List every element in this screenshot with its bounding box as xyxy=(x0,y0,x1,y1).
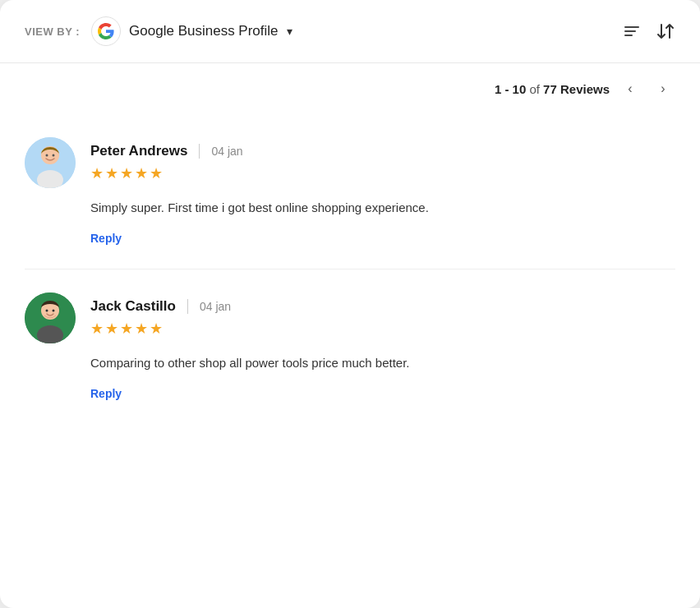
star-3: ★ xyxy=(120,164,133,182)
filter-icon[interactable] xyxy=(624,26,639,36)
svg-point-4 xyxy=(53,154,55,157)
sort-arrows-icon xyxy=(656,21,675,41)
star-2: ★ xyxy=(105,164,118,182)
star-4: ★ xyxy=(135,164,148,182)
reply-button[interactable]: Reply xyxy=(90,232,122,245)
reviewer-name: Peter Andrews xyxy=(90,143,187,159)
star-rating: ★ ★ ★ ★ ★ xyxy=(90,320,231,338)
reply-button[interactable]: Reply xyxy=(90,387,122,400)
avatar xyxy=(25,292,76,343)
view-by-label: VIEW BY : xyxy=(25,25,80,38)
star-3: ★ xyxy=(120,320,133,338)
star-1: ★ xyxy=(90,164,104,182)
review-item: Peter Andrews 04 jan ★ ★ ★ ★ ★ Simply su… xyxy=(25,114,675,269)
sort-icon[interactable] xyxy=(656,21,675,41)
review-text: Comparing to other shop all power tools … xyxy=(25,353,675,373)
reviewer-info: Jack Castillo 04 jan ★ ★ ★ ★ ★ xyxy=(90,298,231,338)
svg-point-8 xyxy=(46,310,48,312)
next-page-button[interactable]: › xyxy=(651,76,675,101)
pagination-total: 77 Reviews xyxy=(543,82,610,96)
star-rating: ★ ★ ★ ★ ★ xyxy=(90,164,243,182)
chevron-down-icon[interactable]: ▾ xyxy=(287,25,292,38)
review-date: 04 jan xyxy=(200,300,231,313)
header: VIEW BY : Google Business Profile ▾ xyxy=(0,0,700,63)
star-5: ★ xyxy=(150,320,163,338)
reviews-card: VIEW BY : Google Business Profile ▾ xyxy=(0,0,700,608)
pagination-text: 1 - 10 of 77 Reviews xyxy=(495,82,610,96)
avatar xyxy=(25,137,76,188)
star-1: ★ xyxy=(90,320,104,338)
star-4: ★ xyxy=(135,320,148,338)
reviewer-name-row: Peter Andrews 04 jan xyxy=(90,143,243,159)
google-logo xyxy=(91,16,121,46)
star-5: ★ xyxy=(150,164,163,182)
review-header: Jack Castillo 04 jan ★ ★ ★ ★ ★ xyxy=(25,292,675,343)
prev-page-button[interactable]: ‹ xyxy=(618,76,642,101)
reviewer-name-row: Jack Castillo 04 jan xyxy=(90,298,231,315)
name-date-divider xyxy=(187,299,188,314)
star-2: ★ xyxy=(105,320,118,338)
review-header: Peter Andrews 04 jan ★ ★ ★ ★ ★ xyxy=(25,137,675,188)
reviewer-name: Jack Castillo xyxy=(90,298,176,315)
svg-point-3 xyxy=(46,154,48,157)
name-date-divider xyxy=(199,144,200,159)
peter-avatar-image xyxy=(25,137,76,188)
jack-avatar-image xyxy=(25,292,76,343)
pagination-range: 1 - 10 xyxy=(495,82,526,96)
platform-name: Google Business Profile xyxy=(129,23,278,39)
reviewer-info: Peter Andrews 04 jan ★ ★ ★ ★ ★ xyxy=(90,143,243,182)
google-icon xyxy=(98,23,114,39)
review-date: 04 jan xyxy=(211,145,242,158)
filter-lines-icon xyxy=(624,26,639,36)
svg-point-9 xyxy=(53,310,55,312)
review-item: Jack Castillo 04 jan ★ ★ ★ ★ ★ Comparing… xyxy=(25,269,675,424)
reviews-list: Peter Andrews 04 jan ★ ★ ★ ★ ★ Simply su… xyxy=(0,114,700,424)
pagination-bar: 1 - 10 of 77 Reviews ‹ › xyxy=(0,63,700,114)
review-text: Simply super. First time i got best onli… xyxy=(25,198,675,218)
